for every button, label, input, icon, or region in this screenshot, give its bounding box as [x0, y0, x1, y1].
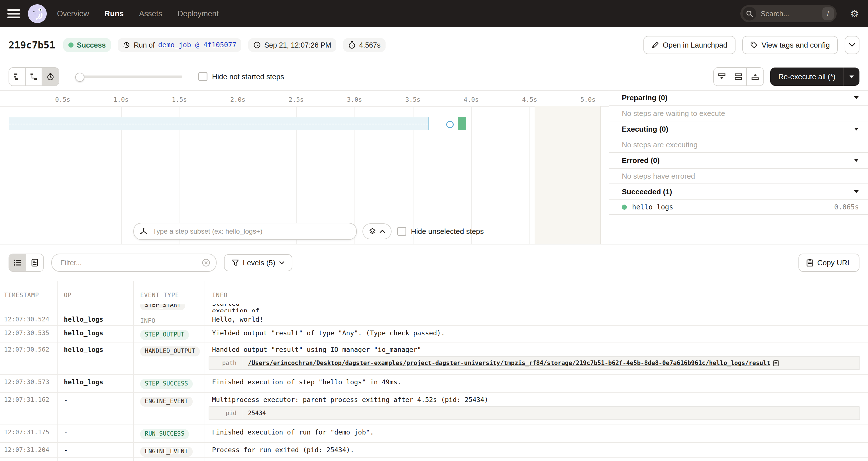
- run-main: 0.5s1.0s1.5s2.0s2.5s3.0s3.5s4.0s4.5s5.0s: [0, 90, 868, 244]
- section-empty-text: No steps are executing: [609, 137, 868, 153]
- log-op-name: hello_logs: [57, 342, 133, 374]
- section-collapse-icon[interactable]: [854, 127, 859, 131]
- levels-label: Levels (5): [243, 258, 275, 267]
- step-start-marker[interactable]: [446, 121, 454, 128]
- section-header-errored[interactable]: Errored (0): [609, 153, 868, 169]
- log-message: Handled output "result" using IO manager…: [212, 346, 868, 353]
- axis-tick-label: 3.0s: [347, 96, 362, 103]
- log-op-name: hello_logs: [57, 312, 133, 326]
- step-row-hello_logs[interactable]: hello_logs0.065s: [609, 200, 868, 215]
- log-op-name: -: [57, 425, 133, 442]
- dagster-run-page: OverviewRunsAssetsDeployment Search... /…: [0, 0, 868, 461]
- section-empty-text: No steps are waiting to execute: [609, 106, 868, 121]
- view-timed-button[interactable]: [42, 68, 59, 86]
- nav-link-overview[interactable]: Overview: [57, 9, 89, 18]
- run-header: 219c7b51 Success Run of demo_job @ 4f105…: [0, 27, 868, 63]
- event-type-badge: STEP_START: [140, 304, 185, 310]
- view-flat-button[interactable]: [9, 68, 26, 86]
- job-link[interactable]: demo_job @ 4f105077: [158, 41, 237, 49]
- dagster-logo-icon[interactable]: [28, 4, 47, 23]
- log-op-name: hello_logs: [57, 375, 133, 392]
- event-type-badge: RUN_SUCCESS: [140, 429, 189, 439]
- clear-filter-icon[interactable]: [202, 258, 210, 267]
- col-info: INFO: [205, 292, 868, 304]
- log-row-handled_output[interactable]: 12:07:30.562hello_logsHANDLED_OUTPUTHand…: [0, 342, 868, 375]
- log-row-run_success[interactable]: 12:07:31.175-RUN_SUCCESSFinished executi…: [0, 425, 868, 443]
- section-header-executing[interactable]: Executing (0): [609, 121, 868, 137]
- split-horizontal-icon: [734, 73, 742, 80]
- log-row-engine_event[interactable]: 12:07:31.204-ENGINE_EVENTProcess for run…: [0, 443, 868, 458]
- section-header-succeeded[interactable]: Succeeded (1): [609, 184, 868, 200]
- history-icon: [123, 41, 130, 49]
- log-timestamp: 12:07:31.204: [0, 443, 57, 457]
- meta-key: pid: [209, 407, 242, 420]
- status-badge: Success: [63, 38, 111, 52]
- log-row-step_output[interactable]: 12:07:30.535hello_logsSTEP_OUTPUTYielded…: [0, 326, 868, 342]
- step-waiting-bar[interactable]: [9, 117, 429, 130]
- log-filter-input[interactable]: [59, 258, 202, 268]
- levels-filter-button[interactable]: Levels (5): [224, 254, 292, 271]
- log-rows: STEP_STARTStarted execution of step "hel…: [0, 304, 868, 461]
- step-duration: 0.065s: [834, 203, 859, 211]
- view-tags-config-button[interactable]: View tags and config: [742, 36, 838, 54]
- settings-gear-icon[interactable]: ⚙: [850, 9, 859, 19]
- step-status-sidebar: Preparing (0)No steps are waiting to exe…: [609, 90, 868, 244]
- menu-icon[interactable]: [7, 9, 20, 18]
- meta-path-link[interactable]: /Users/erincochran/Desktop/dagster-examp…: [248, 360, 770, 366]
- hide-not-started-checkbox[interactable]: [198, 72, 208, 81]
- section-title: Preparing (0): [622, 93, 668, 102]
- reexecute-all-button[interactable]: Re-execute all (*): [770, 67, 843, 86]
- open-launchpad-button[interactable]: Open in Launchpad: [644, 36, 736, 54]
- clipboard-icon: [806, 259, 813, 267]
- axis-tick-label: 0.5s: [55, 96, 70, 103]
- hide-not-started-checkbox-row[interactable]: Hide not started steps: [198, 72, 284, 81]
- event-type-badge: STEP_OUTPUT: [140, 330, 189, 340]
- log-structured-view-button[interactable]: [26, 254, 43, 271]
- log-filter-wrap: [51, 253, 217, 272]
- nav-link-deployment[interactable]: Deployment: [178, 9, 219, 18]
- log-row-step_success[interactable]: 12:07:30.573hello_logsSTEP_SUCCESSFinish…: [0, 375, 868, 393]
- waterfall-icon: [30, 73, 37, 80]
- panel-split-button[interactable]: [731, 68, 747, 86]
- log-view-mode-group: [8, 253, 44, 272]
- gantt-toolbar: Hide not started steps Re-execute all (*…: [0, 63, 868, 91]
- log-op-name: hello_logs: [57, 326, 133, 342]
- step-subset-row: Hide unselected steps: [133, 223, 484, 240]
- step-subset-input[interactable]: [152, 227, 350, 236]
- step-exec-bar-hello_logs[interactable]: [458, 117, 466, 130]
- copy-path-icon[interactable]: [773, 360, 779, 366]
- graph-query-options-button[interactable]: [363, 223, 392, 239]
- gantt-view-mode-group: [8, 67, 59, 86]
- slider-thumb[interactable]: [75, 73, 84, 82]
- start-time: Sep 21, 12:07:26 PM: [264, 41, 331, 49]
- gantt-zoom-slider[interactable]: [75, 73, 182, 81]
- view-waterfall-button[interactable]: [26, 68, 42, 86]
- section-collapse-icon[interactable]: [854, 96, 859, 99]
- hide-unselected-checkbox-row[interactable]: Hide unselected steps: [397, 227, 484, 236]
- nav-link-runs[interactable]: Runs: [104, 9, 124, 18]
- reexecute-dropdown-button[interactable]: [844, 67, 860, 86]
- log-message: Process for run exited (pid: 25434).: [212, 446, 868, 454]
- section-collapse-icon[interactable]: [854, 190, 859, 193]
- panel-expand-top-button[interactable]: [747, 68, 764, 86]
- section-collapse-icon[interactable]: [854, 159, 859, 162]
- section-header-preparing[interactable]: Preparing (0): [609, 90, 868, 106]
- log-toolbar: Levels (5) Copy URL: [0, 244, 868, 281]
- log-row-engine_event[interactable]: 12:07:31.162-ENGINE_EVENTMultiprocess ex…: [0, 393, 868, 425]
- copy-url-button[interactable]: Copy URL: [799, 253, 860, 272]
- header-more-actions-button[interactable]: [845, 36, 860, 54]
- hide-unselected-checkbox[interactable]: [397, 227, 406, 236]
- axis-tick-label: 2.0s: [230, 96, 245, 103]
- structured-view-icon: [31, 259, 38, 267]
- reexecute-split-button: Re-execute all (*): [770, 67, 860, 86]
- after-run-shade: [535, 106, 601, 244]
- log-timestamp: 12:07:30.524: [0, 312, 57, 326]
- panel-expand-bottom-button[interactable]: [714, 68, 731, 86]
- log-timestamp: 12:07:30.573: [0, 375, 57, 392]
- log-row-step_start[interactable]: STEP_STARTStarted execution of step "hel…: [0, 304, 868, 312]
- log-row-info[interactable]: 12:07:30.524hello_logsINFOHello, world!: [0, 312, 868, 326]
- log-list-view-button[interactable]: [9, 254, 26, 271]
- nav-links: OverviewRunsAssetsDeployment: [57, 9, 219, 18]
- global-search[interactable]: Search... /: [740, 5, 837, 22]
- nav-link-assets[interactable]: Assets: [139, 9, 162, 18]
